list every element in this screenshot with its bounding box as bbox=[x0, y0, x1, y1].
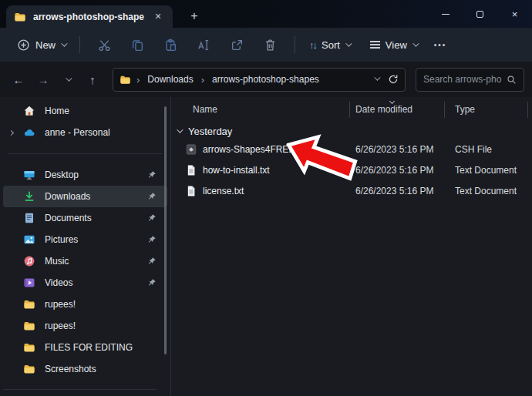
navigation-pane: Home anne - Personal Desktop Downloads bbox=[0, 97, 171, 396]
address-row: ← → ↑ › Downloads › arrows-photoshop-sha… bbox=[0, 62, 532, 97]
sidebar-item-label: Pictures bbox=[45, 234, 78, 245]
close-button[interactable]: × bbox=[497, 0, 532, 28]
search-input[interactable] bbox=[423, 74, 502, 85]
sidebar-item-label: Downloads bbox=[45, 191, 90, 202]
onedrive-icon bbox=[23, 126, 35, 139]
search-box[interactable] bbox=[416, 68, 524, 92]
folder-icon bbox=[120, 74, 131, 86]
sidebar-item-label: rupees! bbox=[45, 299, 76, 310]
text-file-icon bbox=[185, 164, 197, 176]
chevron-down-icon bbox=[177, 126, 183, 133]
plus-circle-icon bbox=[17, 39, 30, 52]
recent-locations-button[interactable] bbox=[57, 69, 79, 90]
sidebar-item-pictures[interactable]: Pictures bbox=[3, 229, 167, 250]
refresh-icon[interactable] bbox=[388, 74, 399, 85]
rename-button[interactable] bbox=[187, 34, 221, 56]
sidebar-item-label: Music bbox=[45, 256, 69, 267]
back-button[interactable]: ← bbox=[8, 69, 29, 90]
sidebar-item-home[interactable]: Home bbox=[3, 100, 167, 122]
videos-icon bbox=[23, 277, 35, 289]
cut-icon bbox=[98, 39, 111, 52]
sidebar-item-label: Desktop bbox=[45, 169, 79, 180]
share-icon bbox=[231, 39, 244, 52]
address-bar[interactable]: › Downloads › arrows-photoshop-shapes bbox=[113, 68, 406, 92]
sidebar-item-desktop[interactable]: Desktop bbox=[3, 164, 167, 186]
breadcrumb-separator: › bbox=[201, 74, 204, 86]
file-date-modified: 6/26/2023 5:16 PM bbox=[355, 144, 433, 155]
chevron-down-icon bbox=[345, 40, 352, 46]
view-button-label: View bbox=[386, 39, 407, 51]
sidebar-item-rupees-2[interactable]: rupees! bbox=[3, 315, 167, 337]
file-list-pane: Name Date modified Type Yesterday arrows… bbox=[172, 97, 532, 396]
sort-button[interactable]: ↑↓ Sort bbox=[303, 35, 356, 55]
trash-icon bbox=[264, 39, 277, 52]
file-explorer-window: { "window": { "tab_title": "arrows-photo… bbox=[0, 0, 532, 396]
address-dropdown-chevron-icon[interactable] bbox=[374, 74, 380, 80]
cut-button[interactable] bbox=[88, 34, 121, 56]
sidebar-item-files-for-editing[interactable]: FILES FOR EDITING bbox=[3, 337, 167, 358]
folder-icon bbox=[23, 341, 35, 354]
file-date-modified: 6/26/2023 5:16 PM bbox=[355, 165, 433, 176]
file-name: how-to-install.txt bbox=[203, 165, 270, 176]
paste-button[interactable] bbox=[154, 34, 187, 56]
column-separator[interactable] bbox=[349, 102, 350, 118]
chevron-right-icon[interactable] bbox=[8, 129, 14, 135]
home-icon bbox=[23, 105, 35, 117]
sidebar-item-music[interactable]: Music bbox=[3, 250, 167, 272]
pin-icon bbox=[147, 278, 157, 287]
sidebar-item-label: Home bbox=[45, 106, 69, 116]
group-label: Yesterday bbox=[188, 126, 232, 137]
more-options-button[interactable]: ••• bbox=[428, 36, 453, 54]
sidebar-item-documents[interactable]: Documents bbox=[3, 207, 167, 229]
maximize-button[interactable] bbox=[463, 0, 497, 28]
file-type: CSH File bbox=[455, 144, 492, 155]
sidebar-item-downloads[interactable]: Downloads bbox=[3, 186, 167, 207]
new-button-label: New bbox=[35, 39, 56, 51]
folder-icon bbox=[23, 320, 35, 332]
tab-close-icon[interactable]: × bbox=[151, 10, 165, 24]
column-header-type[interactable]: Type bbox=[455, 104, 475, 115]
file-date-modified: 6/26/2023 5:16 PM bbox=[355, 186, 433, 196]
sidebar-divider bbox=[8, 153, 163, 154]
text-file-icon bbox=[185, 185, 197, 197]
sidebar-item-videos[interactable]: Videos bbox=[3, 272, 167, 294]
column-separator[interactable] bbox=[527, 102, 528, 118]
new-button[interactable]: New bbox=[11, 34, 72, 56]
column-header-name[interactable]: Name bbox=[193, 104, 217, 115]
breadcrumb-current-folder[interactable]: arrows-photoshop-shapes bbox=[210, 72, 322, 86]
share-button[interactable] bbox=[221, 34, 254, 56]
minimize-button[interactable] bbox=[428, 0, 463, 28]
up-button[interactable]: ↑ bbox=[82, 69, 103, 90]
group-header-yesterday[interactable]: Yesterday bbox=[177, 122, 232, 140]
view-button[interactable]: View bbox=[364, 35, 423, 55]
file-type: Text Document bbox=[455, 165, 517, 176]
copy-button[interactable] bbox=[121, 34, 154, 56]
column-header-date-modified[interactable]: Date modified bbox=[355, 104, 412, 115]
new-tab-button[interactable]: + bbox=[185, 7, 204, 25]
chevron-down-icon bbox=[61, 40, 67, 46]
column-separator[interactable] bbox=[444, 102, 445, 118]
documents-icon bbox=[23, 212, 35, 224]
file-type: Text Document bbox=[455, 186, 517, 196]
breadcrumb-downloads[interactable]: Downloads bbox=[145, 72, 195, 86]
sidebar-item-screenshots[interactable]: Screenshots bbox=[3, 358, 167, 380]
sidebar-item-onedrive[interactable]: anne - Personal bbox=[3, 122, 167, 143]
pin-icon bbox=[147, 235, 157, 244]
delete-button[interactable] bbox=[254, 34, 287, 56]
sort-direction-chevron-icon bbox=[389, 99, 395, 104]
explorer-tab[interactable]: arrows-photoshop-shapes × bbox=[6, 5, 173, 28]
sidebar-item-rupees-1[interactable]: rupees! bbox=[3, 294, 167, 315]
downloads-icon bbox=[23, 190, 35, 203]
forward-button[interactable]: → bbox=[32, 69, 54, 90]
breadcrumb-separator: › bbox=[136, 74, 140, 86]
file-row-license[interactable]: license.txt 6/26/2023 5:16 PM Text Docum… bbox=[175, 181, 527, 202]
sort-arrows-icon: ↑↓ bbox=[309, 39, 316, 51]
column-header-row: Name Date modified Type bbox=[172, 100, 532, 119]
toolbar-divider bbox=[79, 36, 80, 53]
chevron-down-icon bbox=[66, 75, 72, 81]
pin-icon bbox=[147, 170, 157, 180]
view-lines-icon bbox=[370, 41, 380, 49]
pin-icon bbox=[147, 213, 157, 223]
copy-icon bbox=[131, 39, 144, 52]
sidebar-scrollbar[interactable] bbox=[164, 106, 167, 354]
